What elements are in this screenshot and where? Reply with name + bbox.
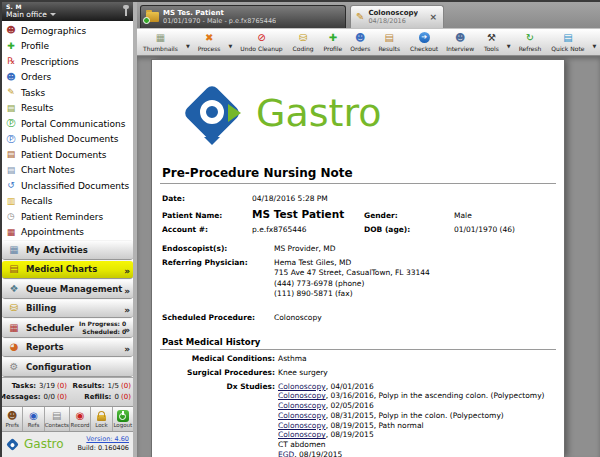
- process-button[interactable]: ✖Process: [194, 30, 225, 54]
- patient-folder-icon: [146, 12, 159, 22]
- pencil-icon: ✎: [356, 12, 364, 22]
- tab-patient[interactable]: MS Tes. Patient 01/01/1970 - Male - p.e.…: [140, 5, 346, 28]
- dx-study-item: EGD, 08/19/2015: [278, 450, 556, 457]
- quick-buttons: ☻Prefs ◉Refs ▤Contacts ◉Record Lock Logo…: [2, 406, 133, 432]
- dx-studies-label: Dx Studies:: [160, 382, 278, 457]
- tab-title: Colonoscopy: [368, 9, 418, 18]
- dx-study-link[interactable]: Colonoscopy: [278, 401, 326, 410]
- scheduled-procedure-value: Colonoscopy: [274, 313, 556, 322]
- section-scheduler[interactable]: ▦SchedulerIn Progress: 0Scheduled: 0»: [2, 318, 133, 338]
- sidebar-item-chart-notes[interactable]: ▤Chart Notes: [2, 163, 133, 179]
- sidebar-item-appointments[interactable]: ▦Appointments: [2, 225, 133, 241]
- section-queue-management[interactable]: ❖Queue Management»: [2, 279, 133, 299]
- interview-button[interactable]: ☻Interview: [442, 30, 478, 54]
- quick-note-button[interactable]: ▤Quick Note: [547, 30, 588, 54]
- endoscopist-value: MS Provider, MD: [274, 244, 556, 253]
- expand-arrows: »: [124, 326, 129, 335]
- sidebar-item-profile[interactable]: ✚Profile: [2, 39, 133, 55]
- patient-name-label: Patient Name:: [162, 211, 252, 220]
- tab-title: MS Tes. Patient: [163, 9, 276, 18]
- refresh-icon: ↻: [526, 32, 534, 43]
- refresh-button[interactable]: ↻Refresh: [515, 30, 546, 54]
- app-window: S. M Main office ☻Demographics ✚Profile …: [0, 0, 600, 457]
- sidebar-item-unclassified-documents[interactable]: ↺Unclassified Documents: [2, 178, 133, 194]
- dropdown-arrow-icon[interactable]: ▼: [182, 43, 192, 49]
- sidebar-item-results[interactable]: ▤Results: [2, 101, 133, 117]
- orders-button[interactable]: ☻Orders: [346, 30, 374, 54]
- section-medical-charts[interactable]: ▤Medical Charts»: [2, 260, 133, 280]
- gender-label: Gender:: [364, 211, 454, 220]
- logout-button[interactable]: Logout: [113, 407, 133, 431]
- section-configuration[interactable]: ⚙Configuration: [2, 357, 133, 377]
- results-button[interactable]: ▤Results: [374, 30, 404, 54]
- section-label: My Activities: [26, 245, 88, 255]
- dx-study-link[interactable]: Colonoscopy: [278, 411, 326, 420]
- dx-study-link[interactable]: Colonoscopy: [278, 391, 326, 400]
- dx-study-item: Colonoscopy, 08/31/2015, Polyp in the co…: [278, 411, 556, 421]
- gastro-logo-icon: [6, 438, 19, 451]
- person-icon: ☻: [7, 410, 17, 421]
- sidebar-item-tasks[interactable]: ✎Tasks: [2, 85, 133, 101]
- prefs-button[interactable]: ☻Prefs: [2, 407, 23, 431]
- dropdown-arrow-icon[interactable]: ▼: [588, 43, 598, 49]
- button-label: Refresh: [519, 45, 542, 52]
- globe-icon: ◉: [29, 410, 38, 421]
- sidebar-item-orders[interactable]: ☻Orders: [2, 70, 133, 86]
- dropdown-arrow-icon[interactable]: ▼: [225, 43, 235, 49]
- sidebar-item-published-documents[interactable]: ⓅPublished Documents: [2, 132, 133, 148]
- dx-study-link[interactable]: Colonoscopy: [278, 421, 326, 430]
- refs-button[interactable]: ◉Refs: [23, 407, 44, 431]
- dx-study-link[interactable]: Colonoscopy: [278, 430, 326, 439]
- office-label: Main office: [6, 10, 47, 19]
- sidebar-item-patient-documents[interactable]: ▤Patient Documents: [2, 147, 133, 163]
- account-value: p.e.fx8765446: [252, 225, 364, 234]
- messages-count[interactable]: 0/0 (0): [44, 393, 67, 401]
- sidebar-item-portal-communications[interactable]: ⓅPortal Communications: [2, 116, 133, 132]
- patient-info: Date: 04/18/2016 5:28 PM Patient Name: M…: [160, 191, 556, 324]
- document-viewer[interactable]: Gastro Pre-Procedure Nursing Note Date: …: [137, 56, 600, 457]
- profile-button[interactable]: ✚Profile: [320, 30, 347, 54]
- pin-icon[interactable]: [125, 8, 127, 16]
- tools-button[interactable]: ⚒Tools: [480, 30, 503, 54]
- dx-study-item: Colonoscopy, 02/05/2016: [278, 401, 556, 411]
- expand-arrows: »: [124, 267, 129, 276]
- sidebar-item-patient-reminders[interactable]: ◷Patient Reminders: [2, 209, 133, 225]
- dx-study-link[interactable]: EGD: [278, 450, 294, 457]
- refills-count[interactable]: 0 (0): [114, 393, 131, 401]
- tasks-count[interactable]: 3/19 (0): [39, 382, 67, 390]
- undo-cleanup-button[interactable]: ⊘Undo Cleanup: [236, 30, 286, 54]
- no-entry-icon: ⊘: [257, 32, 265, 43]
- button-label: Logout: [113, 422, 132, 428]
- thumbnails-button[interactable]: ▦Thumbnails: [139, 30, 182, 54]
- document-page: Gastro Pre-Procedure Nursing Note Date: …: [152, 60, 564, 457]
- version-link[interactable]: Version: 4.60: [77, 435, 129, 444]
- section-reports[interactable]: ◕Reports»: [2, 338, 133, 358]
- record-button[interactable]: ◉Record: [70, 407, 91, 431]
- button-label: Coding: [293, 45, 314, 52]
- coding-button[interactable]: ⛁Coding: [289, 30, 318, 54]
- lock-button[interactable]: Lock: [91, 407, 112, 431]
- office-selector[interactable]: Main office: [6, 10, 129, 19]
- medical-conditions-label: Medical Conditions:: [160, 354, 278, 364]
- nav-label: Patient Documents: [21, 150, 107, 160]
- checkout-button[interactable]: ➔Checkout: [406, 30, 442, 54]
- record-dot-icon: ◉: [76, 410, 85, 421]
- contact-card-icon: ▤: [52, 410, 61, 421]
- section-billing[interactable]: ⛁Billing»: [2, 299, 133, 319]
- coins-icon: ⛁: [299, 32, 307, 43]
- chart-folder-icon: ▤: [7, 264, 21, 274]
- results-label: Results:: [73, 382, 105, 390]
- pmh-section-title: Past Medical History: [160, 337, 556, 350]
- chevron-down-icon: [50, 13, 56, 16]
- results-count[interactable]: 1/5 (0): [108, 382, 131, 390]
- sidebar-item-demographics[interactable]: ☻Demographics: [2, 23, 133, 39]
- sidebar-item-recalls[interactable]: ▥Recalls: [2, 194, 133, 210]
- dropdown-arrow-icon[interactable]: ▼: [503, 43, 513, 49]
- section-my-activities[interactable]: ▦My Activities: [2, 240, 133, 260]
- document-icon: ▤: [5, 166, 17, 175]
- contacts-button[interactable]: ▤Contacts: [45, 407, 70, 431]
- dx-study-link[interactable]: Colonoscopy: [278, 382, 326, 391]
- sidebar-item-prescriptions[interactable]: ℞Prescriptions: [2, 54, 133, 70]
- close-icon[interactable]: ×: [428, 13, 438, 22]
- tab-colonoscopy[interactable]: ✎ Colonoscopy 04/18/2016 ×: [350, 5, 444, 28]
